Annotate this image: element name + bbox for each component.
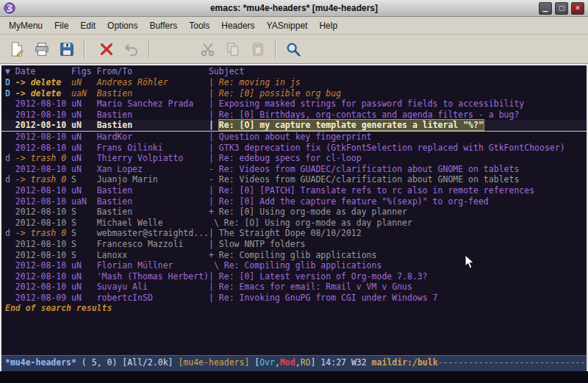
headers-column-header[interactable]: ▼ Date Flgs From/To Subject (1, 65, 587, 77)
row-marker (5, 164, 15, 174)
message-row[interactable]: 2012-08-10 uN Xan Lopez - Re: Videos fro… (1, 164, 587, 175)
row-from: Xan Lopez (97, 164, 209, 174)
menu-edit[interactable]: Edit (74, 18, 101, 33)
row-date: -> trash 0 (15, 174, 71, 185)
menu-help[interactable]: Help (313, 18, 343, 33)
message-row[interactable]: 2012-08-10 S Michael Welle \ Re: [O] Usi… (1, 218, 587, 229)
toolbar (0, 35, 588, 64)
row-subject-prefix: | (209, 120, 219, 130)
row-flags: S (71, 239, 97, 249)
row-subject: | The Straight Dope 08/10/2012 (209, 228, 362, 238)
row-flags: uN (71, 120, 97, 130)
row-subject: + Re: Compiling glib applications (209, 250, 376, 260)
minimize-button[interactable]: ▁ (539, 2, 552, 15)
row-from: Frans Oilinki (97, 143, 209, 153)
close-buffer-button[interactable] (96, 38, 118, 60)
row-date: 2012-08-10 (15, 132, 71, 142)
row-from: Michael Welle (97, 218, 209, 228)
save-button[interactable] (56, 38, 78, 60)
row-marker (5, 293, 15, 303)
message-row[interactable]: 2012-08-10 uN Mario Sanchez Prada | Expo… (1, 99, 587, 110)
window-title: emacs: *mu4e-headers* [mu4e-headers] (0, 3, 588, 13)
modeline-segment-plain: , (275, 357, 280, 368)
search-icon (285, 41, 301, 57)
copy-button (222, 38, 244, 60)
message-row[interactable]: d -> trash 0 uN Thierry Volpiatto | Re: … (1, 153, 587, 164)
row-flags: S (71, 174, 97, 185)
new-file-button[interactable] (6, 38, 28, 60)
row-from: Juanjo Marin (97, 174, 209, 185)
maximize-button[interactable]: ▢ (555, 2, 568, 15)
row-marker (5, 260, 15, 271)
row-marker (5, 143, 15, 153)
menu-file[interactable]: File (49, 18, 74, 33)
row-from: Bastien (97, 88, 209, 99)
message-row[interactable]: 2012-08-10 uN Bastien | Re: [0] Birthday… (1, 110, 587, 121)
menu-mymenu[interactable]: MyMenu (3, 18, 49, 33)
row-subject: | Slow NNTP folders (209, 239, 306, 249)
row-flags: uN (71, 164, 97, 174)
row-subject-highlight: Re: [O] my capture template generates a … (219, 120, 484, 130)
row-marker (5, 99, 15, 109)
row-flags: S (71, 250, 97, 260)
row-subject: - Re: Videos from GUADEC/clarification a… (209, 164, 519, 174)
message-row[interactable]: 2012-08-10 uN 'Mash (Thomas Herbert)| Re… (1, 271, 587, 282)
close-button[interactable]: ✕ (571, 2, 584, 15)
modeline-segment-ovr: Ovr (259, 357, 275, 368)
modeline-segment-buffer: *mu4e-headers* (5, 357, 76, 368)
message-row[interactable]: 2012-08-10 uN Bastien | Re: [0] [PATCH] … (1, 185, 587, 196)
menu-yasnippet[interactable]: YASnippet (261, 18, 314, 33)
menu-bar: MyMenuFileEditOptionsBuffersToolsHeaders… (0, 17, 588, 35)
message-row[interactable]: 2012-08-10 S Lanoxx + Re: Compiling glib… (1, 250, 587, 261)
toolbar-separator (84, 40, 85, 59)
message-row[interactable]: 2012-08-09 uN robertcInSD | Re: Invoking… (1, 293, 587, 304)
row-flags: uN (71, 153, 97, 163)
row-flags: uN (71, 132, 97, 142)
mouse-cursor (465, 254, 475, 270)
window-controls: ▁ ▢ ✕ (539, 2, 584, 15)
message-row[interactable]: d -> trash 0 S Juanjo Marin - Re: Videos… (1, 174, 587, 185)
menu-tools[interactable]: Tools (183, 18, 215, 33)
row-flags: uN (71, 260, 97, 271)
message-row[interactable]: 2012-08-10 uaN Bastien | Re: [0] Add the… (1, 196, 587, 207)
menu-options[interactable]: Options (101, 18, 143, 33)
undo-button (121, 38, 143, 60)
row-subject: | Re: [0] possible org bug (209, 88, 341, 99)
row-date: 2012-08-10 (15, 271, 71, 282)
message-row-current[interactable]: 2012-08-10 uN Bastien | Re: [O] my captu… (1, 120, 587, 132)
message-row[interactable]: 2012-08-10 S Francesco Mazzoli | Slow NN… (1, 239, 587, 250)
row-marker: d (5, 228, 15, 238)
modeline-segment-plain: [ (249, 357, 259, 368)
save-icon (59, 41, 75, 57)
message-row[interactable]: 2012-08-10 uN HardKor | Question about k… (1, 132, 587, 143)
paste-button (247, 38, 269, 60)
modeline-segment-plain: ( 5, 0) [All/2.0k] (76, 357, 178, 368)
row-from: Lanoxx (97, 250, 209, 260)
message-row[interactable]: 2012-08-10 S Bastien + Re: [0] Using org… (1, 207, 587, 218)
row-date: 2012-08-10 (15, 250, 71, 260)
message-row[interactable]: 2012-08-10 uN Suvayu Ali | Re: Emacs for… (1, 282, 587, 293)
row-subject: | Re: edebug specs for cl-loop (209, 153, 362, 163)
row-from: HardKor (97, 132, 209, 142)
row-marker (5, 120, 15, 130)
row-from: Andreas Röhler (97, 77, 209, 87)
message-row[interactable]: 2012-08-10 uN Frans Oilinki | GTK3 depre… (1, 143, 587, 154)
row-date: -> trash 0 (15, 228, 71, 238)
close-buffer-icon (98, 41, 115, 57)
menu-headers[interactable]: Headers (215, 18, 260, 33)
row-date: 2012-08-10 (15, 120, 71, 130)
cut-button (197, 38, 219, 60)
row-date: 2012-08-10 (15, 207, 71, 217)
message-row[interactable]: D -> delete uaN Bastien | Re: [0] possib… (1, 88, 587, 99)
modeline-segment-mode: [mu4e-headers] (178, 357, 249, 368)
search-button[interactable] (282, 38, 304, 60)
print-button[interactable] (31, 38, 53, 60)
message-row[interactable]: D -> delete uN Andreas Röhler | Re: movi… (1, 77, 587, 88)
emacs-window: emacs: *mu4e-headers* [mu4e-headers] ▁ ▢… (0, 0, 588, 383)
row-marker (5, 282, 15, 292)
echo-area[interactable] (0, 371, 588, 383)
message-row[interactable]: d -> trash 0 S webmaster@straightd...| T… (1, 228, 587, 239)
modeline-segment-dashes: ----------------------------------------… (438, 357, 587, 368)
menu-buffers[interactable]: Buffers (143, 18, 183, 33)
message-row[interactable]: 2012-08-10 uN Florian Müllner \ Re: Comp… (1, 260, 587, 271)
